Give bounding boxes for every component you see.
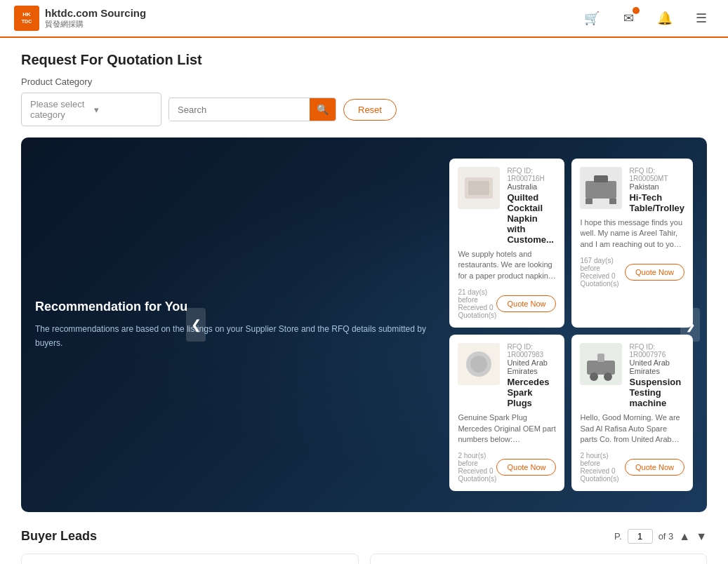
reset-button[interactable]: Reset: [343, 99, 397, 121]
cart-button[interactable]: 🛒: [579, 6, 604, 31]
svg-rect-10: [609, 199, 616, 204]
search-button[interactable]: 🔍: [310, 98, 336, 121]
rfq-footer: 167 day(s) before Received 0 Quotation(s…: [580, 257, 684, 288]
svg-text:TDC: TDC: [22, 19, 32, 24]
header: HK TDC hktdc.com Sourcing 貿發網採購 🛒 ✉ 🔔 ☰: [0, 0, 728, 38]
rfq-footer: 21 day(s) before Received 0 Quotation(s)…: [458, 288, 556, 319]
rfq-card: RFQ ID: 1R00050MT Pakistan Hi-Tech Table…: [571, 159, 693, 328]
rfq-meta: 167 day(s) before Received 0 Quotation(s…: [580, 257, 624, 288]
logo-title: hktdc.com Sourcing: [45, 7, 146, 19]
svg-rect-0: [14, 6, 39, 31]
logo-subtitle: 貿發網採購: [45, 19, 146, 29]
rfq-info: RFQ ID: 1R000716H Australia Quilted Cock…: [507, 167, 556, 245]
main-content: Request For Quotation List Product Categ…: [0, 38, 728, 564]
rfq-country: Australia: [507, 182, 556, 191]
page-title: Request For Quotation List: [21, 52, 707, 68]
bell-button[interactable]: 🔔: [652, 6, 677, 31]
rfq-card: RFQ ID: 1R0007983 United Arab Emirates M…: [449, 335, 564, 491]
rfq-description: Genuine Spark Plug Mercedes Original OEM…: [458, 412, 556, 445]
filter-row: Please select category ▾ 🔍 Reset: [21, 93, 707, 126]
quote-now-button[interactable]: Quote Now: [625, 459, 684, 476]
pagination-total: of 3: [658, 531, 674, 542]
page-down-button[interactable]: ▼: [696, 530, 707, 543]
rfq-card-header: RFQ ID: 1R00050MT Pakistan Hi-Tech Table…: [580, 167, 684, 213]
menu-icon: ☰: [696, 11, 707, 26]
rfq-id: RFQ ID: 1R00050MT: [629, 167, 684, 182]
rfq-country: United Arab Emirates: [507, 358, 556, 375]
rfq-card-header: RFQ ID: 1R0007983 United Arab Emirates M…: [458, 343, 556, 408]
menu-button[interactable]: ☰: [689, 6, 714, 31]
svg-rect-8: [594, 175, 608, 182]
rfq-footer: 2 hour(s) before Received 0 Quotation(s)…: [458, 452, 556, 483]
rfq-description: We supply hotels and restaurants. We are…: [458, 249, 556, 281]
rfq-thumbnail: [580, 167, 622, 209]
filter-section: Product Category Please select category …: [21, 76, 707, 126]
rfq-meta: 2 hour(s) before Received 0 Quotation(s): [458, 452, 496, 483]
rfq-title: Mercedes Spark Plugs: [507, 377, 556, 408]
svg-rect-9: [585, 199, 593, 204]
recommendation-carousel: Recommendation for You The recommendatio…: [21, 137, 707, 512]
rfq-info: RFQ ID: 1R0007983 United Arab Emirates M…: [507, 343, 556, 408]
rfq-country: United Arab Emirates: [629, 358, 684, 375]
logo-text: hktdc.com Sourcing 貿發網採購: [45, 7, 146, 29]
logo-area: HK TDC hktdc.com Sourcing 貿發網採購: [14, 6, 146, 31]
prev-icon: ❮: [191, 317, 201, 333]
rfq-id: RFQ ID: 1R0007983: [507, 343, 556, 358]
page-up-icon: ▲: [679, 530, 690, 542]
rfq-info: RFQ ID: 1R00050MT Pakistan Hi-Tech Table…: [629, 167, 684, 213]
page-down-icon: ▼: [696, 530, 707, 542]
rfq-title: Quilted Cocktail Napkin with Custome...: [507, 192, 556, 245]
carousel-next-button[interactable]: ❯: [680, 308, 700, 342]
search-icon: 🔍: [317, 104, 329, 115]
svg-point-13: [470, 356, 487, 372]
quote-now-button[interactable]: Quote Now: [496, 459, 556, 476]
carousel-cards: RFQ ID: 1R000716H Australia Quilted Cock…: [449, 159, 693, 491]
page-input[interactable]: [628, 529, 653, 544]
filter-label: Product Category: [21, 76, 707, 87]
bell-icon: 🔔: [657, 11, 673, 26]
svg-point-16: [590, 372, 598, 381]
rfq-card: RFQ ID: 1R0007976 United Arab Emirates S…: [571, 335, 693, 491]
rfq-title: Suspension Testing machine: [629, 377, 684, 408]
next-icon: ❯: [685, 317, 696, 333]
rfq-card: RFQ ID: 1R000716H Australia Quilted Cock…: [449, 159, 564, 328]
mail-button[interactable]: ✉: [616, 6, 641, 31]
rfq-description: I hope this message finds you well. My n…: [580, 217, 684, 250]
buyer-leads-title: Buyer Leads: [21, 529, 97, 544]
rfq-id: RFQ ID: 1R0007976: [629, 343, 684, 358]
rfq-card-header: RFQ ID: 1R000716H Australia Quilted Cock…: [458, 167, 556, 245]
mail-icon: ✉: [623, 11, 634, 26]
mail-badge: [633, 7, 640, 14]
cart-icon: 🛒: [584, 11, 600, 26]
svg-rect-5: [468, 181, 489, 195]
header-icons: 🛒 ✉ 🔔 ☰: [579, 6, 714, 31]
svg-rect-7: [585, 181, 616, 199]
carousel-description: The recommendations are based on the lis…: [35, 323, 435, 349]
rfq-meta: 2 hour(s) before Received 0 Quotation(s): [580, 452, 624, 483]
rfq-id: RFQ ID: 1R000716H: [507, 167, 556, 182]
search-input-wrap: 🔍: [168, 98, 336, 121]
pagination-area: P. of 3 ▲ ▼: [614, 529, 707, 544]
lead-card: RFQ ID: 1R00078BV Spain Lighting Lightin…: [370, 553, 708, 564]
rfq-thumbnail: [458, 343, 500, 385]
rfq-thumbnail: [458, 167, 500, 209]
carousel-prev-button[interactable]: ❮: [186, 308, 206, 342]
rfq-info: RFQ ID: 1R0007976 United Arab Emirates S…: [629, 343, 684, 408]
category-placeholder: Please select category: [30, 99, 88, 120]
svg-rect-15: [587, 361, 615, 375]
carousel-title: Recommendation for You: [35, 300, 435, 314]
quote-now-button[interactable]: Quote Now: [625, 264, 684, 281]
rfq-description: Hello, Good Morning. We are Sad Al Rafis…: [580, 412, 684, 445]
page-up-button[interactable]: ▲: [679, 530, 690, 543]
buyer-leads-header: Buyer Leads P. of 3 ▲ ▼: [21, 529, 707, 544]
quote-now-button[interactable]: Quote Now: [496, 295, 556, 312]
rfq-card-header: RFQ ID: 1R0007976 United Arab Emirates S…: [580, 343, 684, 408]
search-input[interactable]: [169, 99, 310, 121]
pagination-p-label: P.: [614, 531, 622, 542]
svg-text:HK: HK: [22, 11, 31, 18]
leads-grid: RFQ ID: 1R00078CS Spain Gifts&Premium So…: [21, 553, 707, 564]
rfq-footer: 2 hour(s) before Received 0 Quotation(s)…: [580, 452, 684, 483]
svg-rect-18: [597, 354, 604, 362]
category-dropdown[interactable]: Please select category ▾: [21, 93, 161, 126]
rfq-thumbnail: [580, 343, 622, 385]
